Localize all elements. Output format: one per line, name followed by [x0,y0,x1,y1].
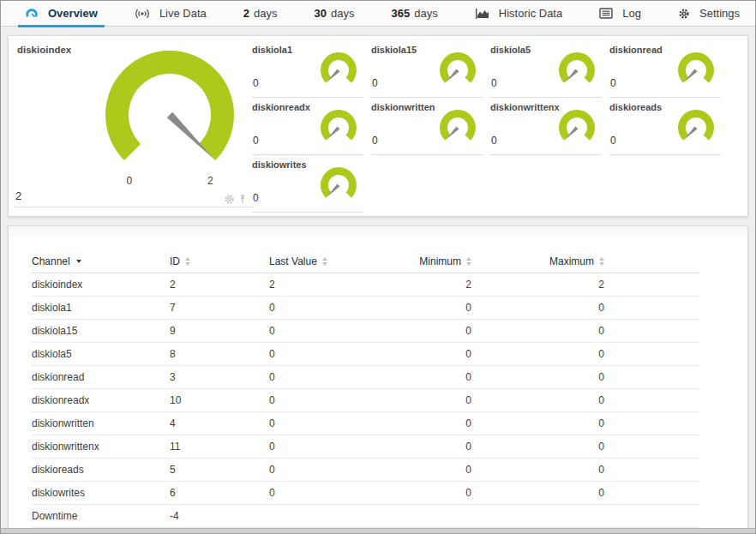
tab-30-days[interactable]: 30 days [308,1,362,27]
cell-id: 9 [170,325,269,337]
cell-channel: diskiowrites [32,487,170,499]
column-header-last-value[interactable]: Last Value [269,255,372,267]
settings-gear-icon [678,8,690,20]
tab-live-data[interactable]: Live Data [128,1,213,27]
table-row-diskiowrites[interactable]: diskiowrites 6 0 0 0 [32,482,699,505]
gauge-chart [676,50,716,89]
sort-icons [599,257,604,266]
cell-id: 11 [170,441,269,453]
main-gauge-chart: 02 [96,48,243,194]
table-row-diskionreadx[interactable]: diskionreadx 10 0 0 0 [32,389,699,412]
window-bottom-scrollbar[interactable] [1,528,755,533]
gauge-chart [319,107,358,147]
cell-last-value: 0 [269,487,372,499]
cell-minimum: 2 [372,279,471,291]
cell-minimum: 0 [372,417,471,429]
pin-icon[interactable] [238,194,247,205]
gauge-value: 0 [253,135,259,147]
cell-channel: diskionwritten [32,417,170,429]
small-gauge-cell-diskiola15: diskiola15 0 [371,40,483,98]
table-row-diskiola15[interactable]: diskiola15 9 0 0 0 [32,320,699,343]
cell-minimum: 0 [372,371,471,383]
sort-icons [185,257,190,266]
cell-maximum: 0 [471,441,604,453]
gauge-value: 0 [372,135,378,147]
cell-channel: diskionreadx [32,394,170,406]
gauge-value: 0 [491,77,497,89]
sensor-channel-title: diskioindex [17,45,71,55]
table-row-diskioindex[interactable]: diskioindex 2 2 2 2 [32,273,699,297]
table-row-diskionwrittenx[interactable]: diskionwrittenx 11 0 0 0 [32,435,699,459]
cell-last-value: 0 [269,464,372,476]
table-row-diskioreads[interactable]: diskioreads 5 0 0 0 [32,459,699,482]
gauge-chart [557,50,597,89]
gear-icon[interactable] [224,194,235,205]
sort-icons [322,257,327,266]
cell-minimum: 0 [372,394,471,406]
cell-last-value: 0 [269,417,372,429]
gauge-chart [438,107,477,147]
cell-channel: diskionread [32,371,170,383]
tab-settings[interactable]: Settings [671,1,747,27]
cell-maximum: 2 [471,279,604,291]
column-header-channel[interactable]: Channel [32,255,170,267]
svg-text:2: 2 [207,175,213,187]
column-header-id[interactable]: ID [170,255,269,267]
gauge-value: 0 [253,192,259,204]
cell-channel: Downtime [32,510,170,522]
gauge-title: diskionwritten [371,102,435,112]
gauge-title: diskiowrites [252,159,307,170]
cell-last-value: 0 [269,325,372,337]
tab-365-days[interactable]: 365 days [385,1,445,27]
tab-historic-data[interactable]: Historic Data [468,1,569,27]
cell-last-value: 0 [269,302,372,314]
cell-minimum: 0 [372,441,471,453]
gauge-title: diskionreadx [252,102,310,112]
live-data-icon [135,8,150,20]
historic-chart-icon [475,8,489,20]
sensor-tab-bar: Overview Live Data 2 days 30 days 365 da… [1,1,755,27]
cell-channel: diskiola5 [32,348,170,360]
table-body: diskioindex 2 2 2 2 diskiola1 7 0 0 0 di… [32,273,699,528]
cell-last-value: 0 [269,348,372,360]
table-row-diskionwritten[interactable]: diskionwritten 4 0 0 0 [32,412,699,435]
small-gauge-cell-diskionread: diskionread 0 [609,40,721,98]
cell-channel: diskioreads [32,464,170,476]
tab-log[interactable]: Log [592,1,648,27]
cell-id: 5 [170,464,269,476]
gauge-title: diskiola5 [490,45,531,55]
table-row-diskiola5[interactable]: diskiola5 8 0 0 0 [32,343,699,366]
gauge-title: diskiola15 [371,45,417,55]
cell-id: 4 [170,417,269,429]
cell-id: -4 [170,510,269,522]
small-gauge-cell-diskiola1: diskiola1 0 [252,40,363,98]
small-gauge-cell-diskionwrittenx: diskionwrittenx 0 [490,98,602,155]
gauge-value: 0 [253,77,259,89]
table-row-diskiola1[interactable]: diskiola1 7 0 0 0 [32,297,699,320]
tab-2-days[interactable]: 2 days [237,1,285,27]
gauges-panel: diskioindex 02 2 diskiola1 0 diskiola15 … [8,35,748,217]
table-header-row: Channel ID Last Value Minimum Maximum [32,250,699,273]
cell-maximum: 0 [471,417,604,429]
gauge-title: diskiola1 [252,45,292,55]
table-row-diskionread[interactable]: diskionread 3 0 0 0 [32,366,699,389]
gauge-chart [557,107,597,147]
small-gauge-cell-diskionwritten: diskionwritten 0 [371,98,483,155]
cell-channel: diskionwrittenx [32,441,170,453]
gauge-chart [676,107,716,147]
gauge-chart [319,165,358,204]
log-icon [599,8,613,19]
cell-minimum: 0 [372,348,471,360]
cell-minimum: 0 [372,325,471,337]
cell-minimum: 0 [372,487,471,499]
small-gauge-cell-diskionreadx: diskionreadx 0 [252,98,363,155]
cell-id: 7 [170,302,269,314]
sort-desc-icon [76,260,81,263]
column-header-maximum[interactable]: Maximum [471,255,604,267]
column-header-minimum[interactable]: Minimum [372,255,471,267]
tab-overview[interactable]: Overview [18,1,105,27]
table-row-downtime[interactable]: Downtime -4 [32,505,699,528]
main-gauge-value: 2 [15,189,21,202]
cell-channel: diskiola15 [32,325,170,337]
svg-text:0: 0 [126,175,132,187]
